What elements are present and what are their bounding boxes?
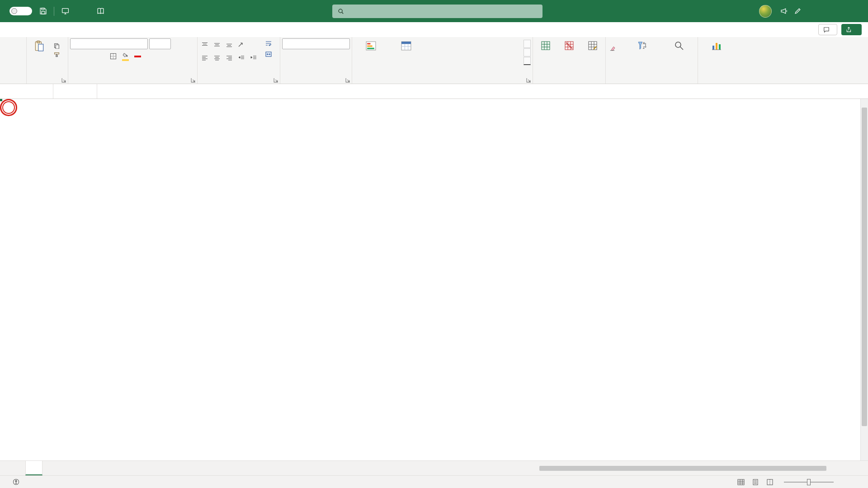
sheet-nav-right-button[interactable]	[13, 461, 25, 475]
insert-cells-button[interactable]	[535, 38, 557, 54]
vertical-scrollbar[interactable]	[860, 99, 868, 460]
share-button[interactable]	[841, 24, 862, 35]
currency-format-button[interactable]	[282, 52, 293, 62]
styles-gallery-up-button[interactable]	[524, 40, 531, 48]
scroll-down-icon[interactable]	[861, 453, 868, 460]
page-break-view-button[interactable]	[765, 478, 775, 487]
insert-cells-icon	[540, 40, 551, 51]
decrease-decimal-button[interactable]	[331, 52, 342, 62]
font-dialog-launcher[interactable]	[191, 78, 196, 83]
font-size-select[interactable]	[149, 38, 171, 49]
autosave-control[interactable]	[6, 7, 32, 15]
align-top-button[interactable]	[199, 39, 210, 50]
quick-access-chevron-icon[interactable]	[111, 4, 125, 19]
align-middle-button[interactable]	[212, 39, 222, 50]
find-select-button[interactable]	[662, 38, 696, 54]
save-button[interactable]	[36, 4, 50, 19]
delete-cells-button[interactable]	[558, 38, 580, 54]
align-right-button[interactable]	[224, 52, 235, 63]
cut-button[interactable]	[52, 39, 66, 41]
vertical-scroll-thumb[interactable]	[862, 108, 867, 426]
sheet-nav-left-button[interactable]	[0, 461, 13, 475]
number-dialog-launcher[interactable]	[345, 78, 350, 83]
styles-gallery-more-button[interactable]	[524, 57, 531, 65]
clear-button[interactable]	[608, 45, 622, 52]
fill-color-button[interactable]	[120, 51, 131, 61]
copy-icon	[54, 43, 60, 49]
format-as-table-button[interactable]	[389, 38, 423, 54]
conditional-formatting-button[interactable]	[354, 38, 387, 54]
comments-button[interactable]	[818, 24, 837, 35]
number-format-select[interactable]	[282, 38, 350, 49]
formula-input[interactable]	[97, 84, 855, 99]
percent-format-button[interactable]	[294, 52, 305, 62]
align-top-icon	[202, 42, 208, 47]
accessibility-icon[interactable]	[13, 479, 19, 485]
phonetic-guide-button[interactable]	[145, 51, 156, 61]
autosum-button[interactable]	[608, 39, 622, 41]
check-badge-icon[interactable]	[76, 4, 90, 19]
spreadsheet-grid[interactable]	[0, 99, 868, 460]
sort-filter-button[interactable]: AZ	[625, 38, 659, 54]
paste-button[interactable]	[28, 38, 50, 55]
add-sheet-button[interactable]	[42, 461, 56, 475]
avatar[interactable]	[759, 5, 772, 18]
wrap-text-button[interactable]	[264, 40, 278, 47]
data-analysis-button[interactable]	[700, 38, 733, 53]
megaphone-icon[interactable]	[777, 4, 791, 19]
sheet-tab-sheet1[interactable]	[25, 461, 42, 475]
book-icon[interactable]	[94, 4, 107, 19]
maximize-button[interactable]	[826, 0, 847, 22]
close-button[interactable]	[847, 0, 868, 22]
insert-function-button[interactable]	[83, 84, 95, 99]
ribbon-group-editing: AZ	[605, 37, 698, 84]
decrease-font-size-button[interactable]	[184, 39, 195, 49]
formula-bar-expand-button[interactable]	[855, 84, 868, 99]
underline-button[interactable]	[94, 51, 105, 61]
horizontal-scrollbar[interactable]	[530, 461, 860, 475]
italic-button[interactable]	[82, 51, 93, 61]
format-as-table-icon	[401, 40, 412, 52]
decrease-indent-icon	[238, 55, 245, 61]
increase-decimal-button[interactable]	[319, 52, 330, 62]
fill-button[interactable]	[608, 42, 622, 44]
decrease-indent-button[interactable]	[236, 52, 247, 63]
horizontal-scroll-thumb[interactable]	[539, 466, 826, 471]
increase-indent-button[interactable]	[248, 52, 259, 63]
minimize-button[interactable]	[804, 0, 826, 22]
increase-font-size-button[interactable]	[172, 39, 183, 49]
screen-share-icon[interactable]	[58, 4, 72, 19]
styles-dialog-launcher[interactable]	[526, 78, 531, 83]
confirm-entry-button[interactable]	[71, 84, 83, 99]
tab-splitter-handle[interactable]	[524, 461, 530, 475]
clipboard-dialog-launcher[interactable]	[61, 78, 66, 83]
format-cells-button[interactable]	[582, 38, 604, 54]
orientation-button[interactable]	[236, 39, 247, 50]
alignment-dialog-launcher[interactable]	[274, 78, 278, 83]
comma-format-button[interactable]	[307, 52, 317, 62]
scroll-up-icon[interactable]	[861, 99, 868, 107]
font-name-select[interactable]	[70, 38, 148, 49]
styles-gallery-down-button[interactable]	[524, 48, 531, 56]
undo-button[interactable]	[8, 38, 19, 49]
bold-button[interactable]	[70, 51, 81, 61]
cancel-entry-button[interactable]	[60, 84, 71, 99]
align-center-button[interactable]	[212, 52, 222, 63]
autosave-toggle[interactable]	[9, 7, 32, 15]
align-bottom-button[interactable]	[224, 39, 235, 50]
align-left-button[interactable]	[199, 52, 210, 63]
font-color-button[interactable]	[132, 51, 143, 61]
page-layout-view-button[interactable]	[750, 478, 760, 487]
format-painter-button[interactable]	[52, 51, 66, 58]
pen-icon[interactable]	[791, 4, 804, 19]
zoom-slider-thumb[interactable]	[807, 479, 811, 485]
borders-button[interactable]	[108, 51, 119, 61]
copy-button[interactable]	[52, 42, 66, 50]
formula-bar-handle[interactable]	[53, 84, 60, 99]
name-box[interactable]	[0, 84, 53, 99]
redo-button[interactable]	[8, 51, 19, 61]
zoom-slider[interactable]	[784, 482, 834, 483]
normal-view-button[interactable]	[736, 478, 746, 487]
search-input[interactable]	[332, 5, 542, 18]
merge-center-button[interactable]	[264, 51, 278, 58]
